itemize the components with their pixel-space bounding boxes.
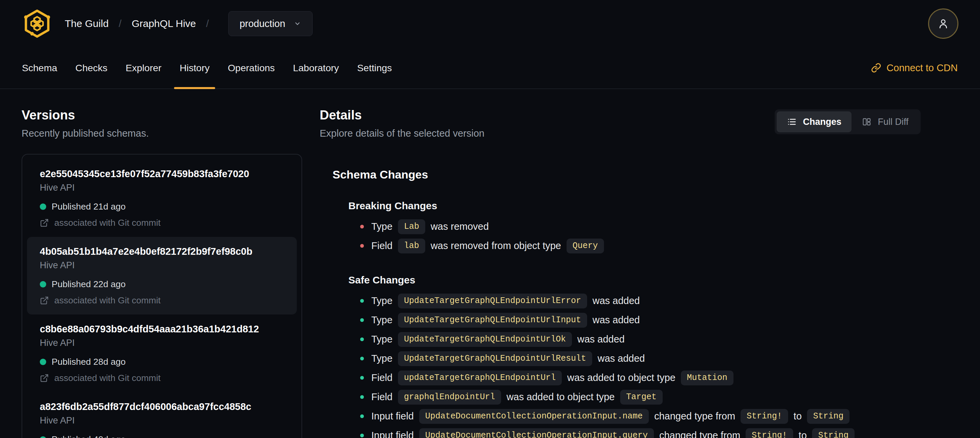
change-text-part: Type: [371, 221, 393, 232]
change-text: TypeUpdateTargetGraphQLEndpointUrlInputw…: [371, 313, 640, 328]
published-status-dot: [40, 204, 46, 210]
version-service-name: Hive API: [40, 182, 284, 193]
published-label: Published 40d ago: [52, 434, 126, 438]
user-avatar-button[interactable]: [928, 8, 958, 39]
version-published-row: Published 22d ago: [40, 279, 284, 290]
code-badge: Mutation: [681, 371, 733, 385]
change-row: FieldupdateTargetGraphQLEndpointUrlwas a…: [360, 368, 958, 387]
breadcrumb-org[interactable]: The Guild: [65, 18, 108, 29]
code-badge: graphqlEndpointUrl: [398, 390, 501, 405]
git-commit-link[interactable]: associated with Git commit: [40, 217, 284, 228]
tab-settings[interactable]: Settings: [348, 47, 401, 88]
connect-to-cdn-label: Connect to CDN: [886, 62, 958, 73]
change-text-part: was added: [598, 353, 645, 364]
change-text-part: was added: [592, 314, 640, 326]
git-commit-label: associated with Git commit: [54, 295, 161, 306]
change-bullet: [360, 318, 364, 322]
change-bullet: [360, 395, 364, 399]
top-bar: The Guild / GraphQL Hive / production: [0, 0, 980, 47]
change-text-part: changed type from: [659, 430, 740, 438]
schema-changes-groups: Breaking Changes TypeLabwas removed Fiel…: [320, 200, 958, 438]
published-status-dot: [40, 436, 46, 438]
tab-history[interactable]: History: [171, 47, 219, 88]
git-commit-link[interactable]: associated with Git commit: [40, 373, 284, 383]
tab-operations[interactable]: Operations: [218, 47, 283, 88]
hive-logo-icon[interactable]: [22, 8, 52, 39]
columns-icon: [862, 117, 872, 127]
code-badge: String!: [741, 409, 788, 424]
breadcrumb: The Guild / GraphQL Hive /: [65, 18, 219, 29]
change-text: Input fieldUpdateDocumentCollectionOpera…: [371, 409, 850, 424]
change-group-title: Safe Changes: [348, 274, 958, 286]
code-badge: UpdateTargetGraphQLEndpointUrlInput: [398, 313, 587, 328]
change-text-part: to: [794, 411, 802, 422]
change-group: Breaking Changes TypeLabwas removed Fiel…: [320, 200, 958, 255]
change-text-part: to: [799, 430, 807, 438]
version-service-name: Hive API: [40, 260, 284, 271]
change-bullet: [360, 357, 364, 360]
breadcrumb-project[interactable]: GraphQL Hive: [132, 18, 196, 29]
version-list-item[interactable]: e2e55045345ce13fe07f52a77459b83fa3fe7020…: [27, 159, 297, 237]
full-diff-view-label: Full Diff: [878, 117, 908, 127]
change-bullet: [360, 376, 364, 380]
change-row: FieldgraphqlEndpointUrlwas added to obje…: [360, 387, 958, 407]
version-list-item[interactable]: c8b6e88a06793b9c4dfd54aaa21b36a1b421d812…: [27, 314, 297, 392]
versions-panel: Versions Recently published schemas. e2e…: [22, 89, 302, 438]
change-text-part: Type: [371, 334, 393, 345]
code-badge: String: [807, 409, 850, 424]
git-commit-link[interactable]: associated with Git commit: [40, 295, 284, 306]
change-row: TypeUpdateTargetGraphQLEndpointUrlResult…: [360, 349, 958, 368]
breadcrumb-separator: /: [119, 18, 121, 29]
connect-to-cdn-button[interactable]: Connect to CDN: [871, 62, 967, 73]
version-list-item[interactable]: a823f6db2a55df877dcf406006abca97fcc4858c…: [27, 392, 297, 438]
change-text-part: was removed from object type: [431, 240, 561, 252]
published-status-dot: [40, 359, 46, 365]
version-hash: a823f6db2a55df877dcf406006abca97fcc4858c: [40, 401, 284, 413]
code-badge: String!: [746, 428, 793, 438]
tab-bar: SchemaChecksExplorerHistoryOperationsLab…: [0, 47, 980, 89]
change-row: TypeLabwas removed: [360, 217, 958, 236]
change-text-part: Input field: [371, 411, 414, 422]
change-text-part: was added to object type: [567, 372, 676, 383]
breadcrumb-separator: /: [206, 18, 209, 29]
schema-changes-title: Schema Changes: [332, 168, 958, 181]
tabs-nav: SchemaChecksExplorerHistoryOperationsLab…: [13, 47, 401, 88]
change-text: FieldgraphqlEndpointUrlwas added to obje…: [371, 390, 663, 405]
git-commit-label: associated with Git commit: [54, 373, 161, 383]
tab-explorer[interactable]: Explorer: [117, 47, 171, 88]
published-label: Published 22d ago: [52, 279, 126, 290]
published-status-dot: [40, 281, 46, 288]
details-header: Details Explore details of the selected …: [320, 89, 958, 139]
change-text-part: Type: [371, 353, 393, 364]
code-badge: Query: [566, 239, 604, 253]
code-badge: Lab: [398, 219, 425, 234]
version-list-item[interactable]: 4b05ab51b1b4a7e2e4b0ef82172f2b9f7ef98c0b…: [27, 237, 297, 314]
target-selector-dropdown[interactable]: production: [228, 11, 312, 36]
change-list: TypeLabwas removed Fieldlabwas removed f…: [320, 217, 958, 255]
git-commit-label: associated with Git commit: [54, 217, 161, 228]
changes-view-button[interactable]: Changes: [776, 111, 851, 132]
change-text: TypeUpdateTargetGraphQLEndpointUrlResult…: [371, 351, 645, 366]
change-text-part: Field: [371, 240, 393, 252]
code-badge: UpdateDocumentCollectionOperationInput.n…: [419, 409, 649, 424]
published-label: Published 21d ago: [52, 201, 126, 212]
change-text: TypeLabwas removed: [371, 219, 488, 234]
change-text-part: was added: [592, 295, 640, 306]
details-subtitle: Explore details of the selected version: [320, 128, 484, 139]
user-icon: [937, 18, 949, 30]
tab-schema[interactable]: Schema: [13, 47, 67, 88]
change-text-part: Input field: [371, 430, 414, 438]
full-diff-view-button[interactable]: Full Diff: [851, 111, 919, 132]
tab-checks[interactable]: Checks: [67, 47, 117, 88]
change-row: Input fieldUpdateDocumentCollectionOpera…: [360, 426, 958, 438]
version-hash: c8b6e88a06793b9c4dfd54aaa21b36a1b421d812: [40, 323, 284, 335]
change-bullet: [360, 338, 364, 341]
external-link-icon: [40, 374, 49, 383]
tab-laboratory[interactable]: Laboratory: [284, 47, 348, 88]
changes-view-label: Changes: [803, 117, 842, 127]
version-published-row: Published 40d ago: [40, 434, 284, 438]
version-service-name: Hive API: [40, 338, 284, 348]
published-label: Published 28d ago: [52, 356, 126, 367]
code-badge: UpdateDocumentCollectionOperationInput.q…: [419, 428, 654, 438]
code-badge: Target: [620, 390, 663, 405]
